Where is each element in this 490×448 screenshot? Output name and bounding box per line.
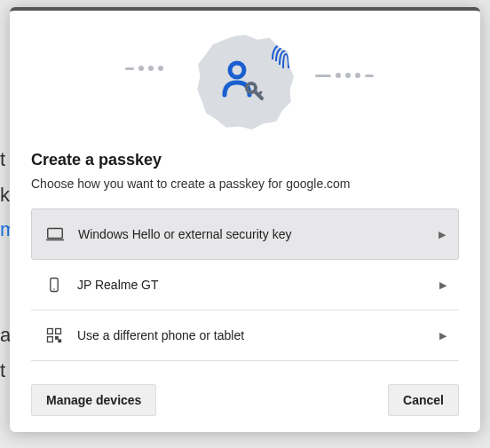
phone-icon — [43, 274, 65, 295]
option-different-device[interactable]: Use a different phone or tablet ▶ — [31, 310, 459, 361]
svg-rect-8 — [48, 329, 53, 334]
option-device-phone[interactable]: JP Realme GT ▶ — [31, 260, 459, 310]
svg-point-7 — [53, 288, 55, 290]
option-label: JP Realme GT — [77, 278, 439, 292]
qr-icon — [43, 325, 65, 346]
svg-rect-11 — [56, 337, 58, 340]
svg-rect-10 — [48, 337, 53, 342]
decorative-dots-left — [125, 66, 163, 71]
chevron-right-icon: ▶ — [439, 279, 447, 291]
fingerprint-icon — [269, 38, 303, 75]
person-key-icon — [221, 59, 265, 104]
option-label: Windows Hello or external security key — [78, 227, 439, 241]
dialog-subtitle: Choose how you want to create a passkey … — [31, 177, 459, 191]
svg-rect-12 — [59, 340, 61, 342]
password-underline-icon — [161, 95, 200, 98]
manage-devices-button[interactable]: Manage devices — [31, 384, 156, 416]
passkey-dialog: *** Create a passkey Choose how you want… — [10, 7, 480, 432]
svg-rect-9 — [56, 329, 61, 334]
laptop-icon — [44, 224, 66, 245]
option-label: Use a different phone or tablet — [77, 328, 439, 342]
dialog-title: Create a passkey — [31, 151, 459, 169]
chevron-right-icon: ▶ — [439, 229, 446, 240]
hero-illustration: *** — [10, 28, 480, 135]
svg-line-3 — [258, 92, 261, 95]
svg-point-0 — [230, 63, 244, 77]
hero-blob: *** — [196, 33, 294, 130]
svg-rect-4 — [48, 229, 63, 239]
option-windows-hello[interactable]: Windows Hello or external security key ▶ — [31, 208, 459, 260]
decorative-dots-right — [315, 73, 374, 78]
chevron-right-icon: ▶ — [439, 330, 447, 342]
password-asterisk-icon: *** — [162, 74, 188, 94]
cancel-button[interactable]: Cancel — [388, 384, 459, 416]
